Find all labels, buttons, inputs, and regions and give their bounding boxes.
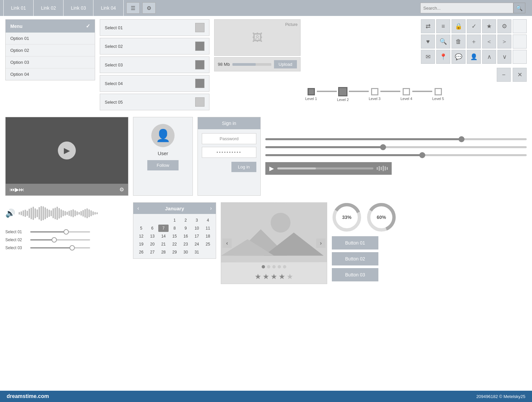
select-item-2[interactable]: Select 02 bbox=[100, 38, 209, 54]
video-next-button[interactable]: ⏭ bbox=[19, 187, 24, 193]
cal-day-21[interactable]: 21 bbox=[158, 241, 169, 248]
cal-day-1[interactable]: 1 bbox=[169, 217, 180, 224]
menu-option-2[interactable]: Option 02 bbox=[6, 45, 95, 56]
cal-day-20[interactable]: 20 bbox=[147, 241, 157, 248]
gallery-prev-button[interactable]: ‹ bbox=[222, 239, 232, 248]
trash-icon[interactable]: 🗑 bbox=[452, 35, 466, 49]
lock-icon[interactable]: 🔒 bbox=[452, 19, 466, 33]
upload-button[interactable]: Upload bbox=[274, 60, 297, 68]
video-play-control[interactable]: ▶ bbox=[15, 186, 19, 193]
cal-day-17[interactable]: 17 bbox=[192, 233, 202, 240]
sel-track-2[interactable] bbox=[30, 239, 90, 241]
gallery-dot-2[interactable] bbox=[267, 265, 270, 268]
menu-option-3[interactable]: Option 03 bbox=[6, 56, 95, 68]
gallery-dot-5[interactable] bbox=[283, 265, 286, 268]
star-5[interactable]: ★ bbox=[287, 272, 293, 281]
cal-day-9[interactable]: 9 bbox=[181, 225, 191, 232]
settings-button[interactable]: ⚙ bbox=[142, 2, 156, 14]
cal-day-29[interactable]: 29 bbox=[169, 249, 180, 256]
button-01[interactable]: Button 01 bbox=[332, 236, 378, 250]
cal-day-23[interactable]: 23 bbox=[181, 241, 191, 248]
sel-track-3[interactable] bbox=[30, 247, 90, 249]
video-prev-button[interactable]: ⏮ bbox=[10, 187, 15, 193]
button-02[interactable]: Button 02 bbox=[332, 252, 378, 265]
cal-day-11[interactable]: 11 bbox=[203, 225, 213, 232]
cal-day-19[interactable]: 19 bbox=[136, 241, 146, 248]
up-icon[interactable]: ∧ bbox=[482, 50, 496, 64]
hamburger-button[interactable]: ☰ bbox=[126, 2, 140, 14]
nav-link-1[interactable]: Link 01 bbox=[3, 0, 34, 16]
left-icon[interactable]: ＜ bbox=[482, 35, 496, 49]
check-icon[interactable]: ✓ bbox=[467, 19, 481, 33]
cal-day-25[interactable]: 25 bbox=[203, 241, 213, 248]
cal-day-13[interactable]: 13 bbox=[147, 233, 157, 240]
cal-day-3[interactable]: 3 bbox=[192, 217, 202, 224]
gallery-dot-1[interactable] bbox=[262, 265, 265, 268]
cal-day-10[interactable]: 10 bbox=[192, 225, 202, 232]
cal-day-14[interactable]: 14 bbox=[158, 233, 169, 240]
cal-day-26[interactable]: 26 bbox=[136, 249, 146, 256]
cal-day-8[interactable]: 8 bbox=[169, 225, 180, 232]
settings-icon[interactable]: ⚙ bbox=[497, 19, 511, 33]
slider-1[interactable] bbox=[265, 138, 527, 140]
cal-day-6[interactable]: 6 bbox=[147, 225, 157, 232]
video-play-button[interactable]: ▶ bbox=[58, 142, 76, 159]
menu-header[interactable]: Menu ✓ bbox=[6, 20, 95, 33]
user-icon[interactable]: 👤 bbox=[467, 50, 481, 64]
gallery-dot-4[interactable] bbox=[278, 265, 281, 268]
gallery-dot-3[interactable] bbox=[272, 265, 276, 268]
star-2[interactable]: ★ bbox=[263, 272, 269, 281]
menu-option-4[interactable]: Option 04 bbox=[6, 68, 95, 80]
search-input[interactable] bbox=[420, 3, 513, 13]
down-icon[interactable]: ∨ bbox=[497, 50, 511, 64]
cal-day-12[interactable]: 12 bbox=[136, 233, 146, 240]
cal-day-2[interactable]: 2 bbox=[181, 217, 191, 224]
cal-day-31[interactable]: 31 bbox=[192, 249, 202, 256]
close-button[interactable]: ✕ bbox=[513, 68, 527, 82]
nav-link-4[interactable]: Link 04 bbox=[93, 0, 123, 16]
follow-button[interactable]: Follow bbox=[147, 160, 179, 170]
share-icon[interactable]: ⇄ bbox=[421, 19, 435, 33]
cal-day-27[interactable]: 27 bbox=[147, 249, 157, 256]
plus-icon[interactable]: ＋ bbox=[467, 35, 481, 49]
cal-day-30[interactable]: 30 bbox=[181, 249, 191, 256]
select-item-4[interactable]: Select 04 bbox=[100, 75, 209, 92]
button-03[interactable]: Button 03 bbox=[332, 268, 378, 281]
star-icon[interactable]: ★ bbox=[482, 19, 496, 33]
select-item-1[interactable]: Select 01 bbox=[100, 19, 209, 36]
select-item-5[interactable]: Select 05 bbox=[100, 94, 209, 110]
search-icon[interactable]: 🔍 bbox=[436, 35, 450, 49]
select-item-3[interactable]: Select 03 bbox=[100, 56, 209, 73]
cal-day-16[interactable]: 16 bbox=[181, 233, 191, 240]
calendar-prev-button[interactable]: ‹ bbox=[137, 205, 139, 211]
cal-day-15[interactable]: 15 bbox=[169, 233, 180, 240]
cal-day-22[interactable]: 22 bbox=[169, 241, 180, 248]
gallery-next-button[interactable]: › bbox=[316, 239, 326, 248]
cal-day-4[interactable]: 4 bbox=[203, 217, 213, 224]
cal-day-7[interactable]: 7 bbox=[158, 225, 169, 232]
list-icon[interactable]: ≡ bbox=[436, 19, 450, 33]
mini-play-button[interactable]: ▶ bbox=[269, 165, 274, 172]
minus-button[interactable]: − bbox=[497, 68, 511, 82]
slider-2[interactable] bbox=[265, 146, 527, 148]
nav-link-2[interactable]: Link 02 bbox=[34, 0, 64, 16]
search-button[interactable]: 🔍 bbox=[513, 3, 525, 13]
slider-3[interactable] bbox=[265, 154, 527, 156]
heart-icon[interactable]: ♥ bbox=[421, 35, 435, 49]
cal-day-5[interactable]: 5 bbox=[136, 225, 146, 232]
location-icon[interactable]: 📍 bbox=[436, 50, 450, 64]
sel-track-1[interactable] bbox=[30, 231, 90, 233]
menu-option-1[interactable]: Option 01 bbox=[6, 33, 95, 45]
login-button[interactable]: Log in bbox=[231, 162, 256, 172]
nav-link-3[interactable]: Link 03 bbox=[64, 0, 93, 16]
cal-day-28[interactable]: 28 bbox=[158, 249, 169, 256]
right-icon[interactable]: ＞ bbox=[497, 35, 511, 49]
chat-icon[interactable]: 💬 bbox=[452, 50, 466, 64]
cal-day-18[interactable]: 18 bbox=[203, 233, 213, 240]
mail-icon[interactable]: ✉ bbox=[421, 50, 435, 64]
star-3[interactable]: ★ bbox=[271, 272, 277, 281]
star-1[interactable]: ★ bbox=[255, 272, 261, 281]
calendar-next-button[interactable]: › bbox=[210, 205, 212, 211]
password-field[interactable]: •••••••••• bbox=[202, 147, 256, 158]
star-4[interactable]: ★ bbox=[279, 272, 285, 281]
